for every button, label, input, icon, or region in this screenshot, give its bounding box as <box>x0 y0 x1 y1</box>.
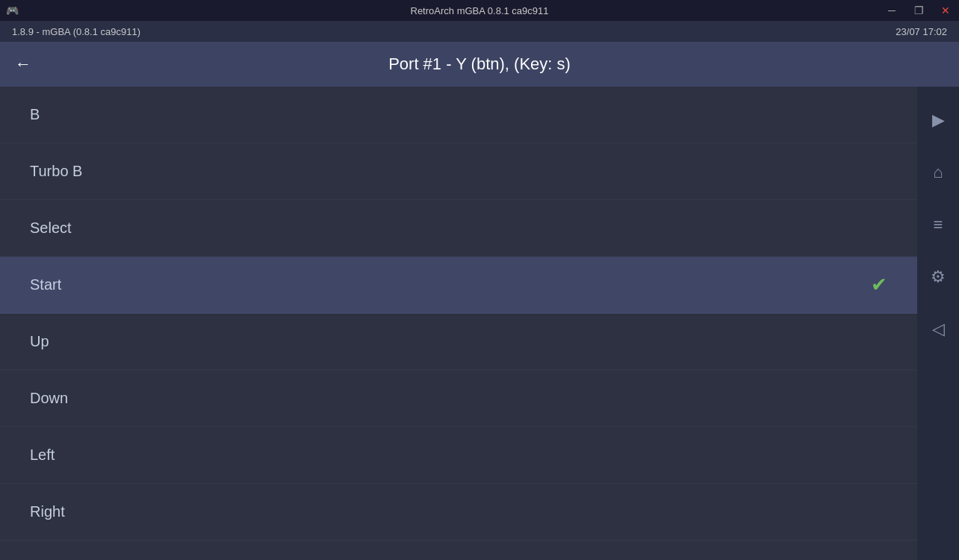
window-title: RetroArch mGBA 0.8.1 ca9c911 <box>411 5 549 16</box>
close-button[interactable]: ✕ <box>932 0 959 21</box>
info-bar: 1.8.9 - mGBA (0.8.1 ca9c911) 23/07 17:02 <box>0 21 959 42</box>
page-header: ← Port #1 - Y (btn), (Key: s) <box>0 42 959 87</box>
menu-item-label: Up <box>30 333 49 350</box>
checkmark-icon: ✔ <box>871 273 887 296</box>
menu-item-label: B <box>30 106 40 123</box>
minimize-button[interactable]: ─ <box>878 0 905 21</box>
list-item[interactable]: B <box>0 87 917 143</box>
menu-item-label: Down <box>30 390 68 407</box>
restore-button[interactable]: ❐ <box>905 0 932 21</box>
back-nav-icon[interactable]: ◁ <box>917 303 959 355</box>
title-bar: 🎮 RetroArch mGBA 0.8.1 ca9c911 ─ ❐ ✕ <box>0 0 959 21</box>
main-area: BTurbo BSelectStart✔UpDownLeftRight ▶ ⌂ … <box>0 87 959 560</box>
content-area[interactable]: BTurbo BSelectStart✔UpDownLeftRight <box>0 87 917 560</box>
list-item[interactable]: Up <box>0 314 917 370</box>
menu-item-label: Start <box>30 276 61 293</box>
back-button[interactable]: ← <box>15 55 31 74</box>
list-icon[interactable]: ≡ <box>917 199 959 251</box>
settings-icon[interactable]: ⚙ <box>917 251 959 303</box>
app-logo: 🎮 <box>6 4 19 16</box>
list-item[interactable]: Start✔ <box>0 257 917 314</box>
window-controls: ─ ❐ ✕ <box>878 0 959 21</box>
menu-item-label: Right <box>30 503 65 520</box>
menu-item-label: Left <box>30 447 55 464</box>
list-item[interactable]: Right <box>0 484 917 541</box>
datetime-label: 23/07 17:02 <box>896 26 947 37</box>
page-title: Port #1 - Y (btn), (Key: s) <box>388 55 571 74</box>
list-item[interactable]: Turbo B <box>0 143 917 200</box>
play-icon[interactable]: ▶ <box>917 94 959 146</box>
right-sidebar: ▶ ⌂ ≡ ⚙ ◁ <box>917 87 959 560</box>
list-item[interactable]: Left <box>0 427 917 484</box>
list-item[interactable]: Down <box>0 370 917 427</box>
list-item[interactable]: Select <box>0 200 917 257</box>
menu-item-label: Select <box>30 220 72 237</box>
home-icon[interactable]: ⌂ <box>917 146 959 199</box>
back-arrow-icon: ← <box>15 55 31 74</box>
menu-item-label: Turbo B <box>30 163 82 180</box>
version-label: 1.8.9 - mGBA (0.8.1 ca9c911) <box>12 26 140 37</box>
